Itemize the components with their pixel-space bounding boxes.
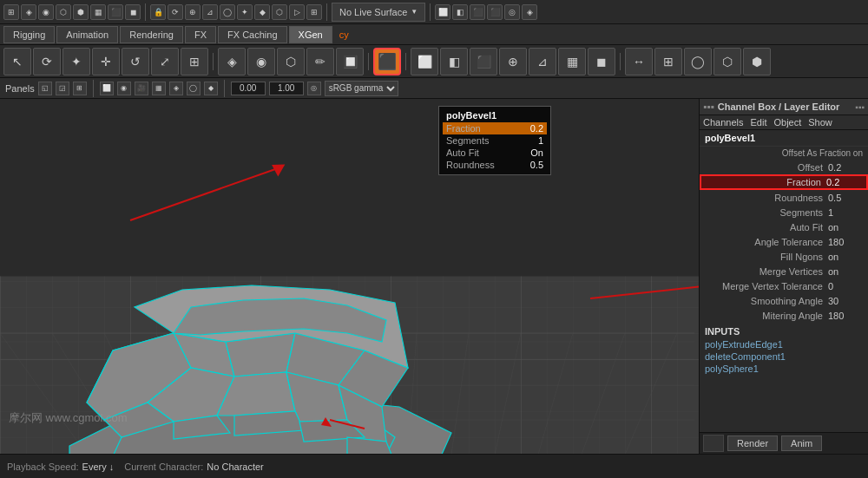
tool-retopo[interactable]: ⬢ xyxy=(743,48,771,75)
tab-fx[interactable]: FX xyxy=(185,26,216,43)
panel-show[interactable]: ◯ xyxy=(187,82,201,95)
tool-scale[interactable]: ⤢ xyxy=(151,48,179,75)
render-icon-4[interactable]: ⬛ xyxy=(487,4,503,20)
tool-smooth[interactable]: ◯ xyxy=(684,48,712,75)
tool-rotate[interactable]: ↺ xyxy=(122,48,149,75)
channel-row-angletol[interactable]: Angle Tolerance 180 xyxy=(700,234,868,249)
attr-offset-label: Offset xyxy=(705,162,828,173)
channel-row-fraction[interactable]: Fraction 0.2 xyxy=(700,174,868,190)
menu-object[interactable]: Object xyxy=(773,117,801,128)
tool-snap[interactable]: ◈ xyxy=(218,48,246,75)
render-icon-1[interactable]: ⬜ xyxy=(435,4,450,20)
menu-icon-2[interactable]: ◈ xyxy=(21,4,36,20)
live-surface-button[interactable]: No Live Surface xyxy=(332,3,425,22)
menu-icon-13[interactable]: ◯ xyxy=(220,4,235,20)
attr-mergeverts-label: Merge Vertices xyxy=(705,266,828,277)
tool-history[interactable]: ⬡ xyxy=(277,48,305,75)
tool-bridge[interactable]: ⬛ xyxy=(470,48,497,75)
tab-animation[interactable]: Animation xyxy=(56,26,118,43)
tool-bevel[interactable]: ◧ xyxy=(440,48,468,75)
menu-icon-5[interactable]: ⬢ xyxy=(73,4,89,20)
tool-split[interactable]: ⊿ xyxy=(529,48,556,75)
attr-mergetol-label: Merge Vertex Tolerance xyxy=(705,281,828,291)
menu-icon-15[interactable]: ◆ xyxy=(254,4,270,20)
input-delete[interactable]: deleteComponent1 xyxy=(705,350,863,363)
menu-icon-10[interactable]: ⟳ xyxy=(168,4,183,20)
panel-cam[interactable]: 🎥 xyxy=(135,82,148,95)
tool-merge[interactable]: ⊕ xyxy=(499,48,527,75)
channel-row-offset[interactable]: Offset 0.2 xyxy=(700,160,868,174)
tool-mirror[interactable]: ↔ xyxy=(625,48,653,75)
menu-show[interactable]: Show xyxy=(808,117,832,128)
menu-edit[interactable]: Edit xyxy=(750,117,766,128)
viewport[interactable]: polyBevel1 Fraction 0.2 Segments 1 Auto … xyxy=(0,99,699,454)
menu-icon-16[interactable]: ⬡ xyxy=(272,4,287,20)
tool-boolean[interactable]: ⊞ xyxy=(654,48,682,75)
menu-icon-6[interactable]: ▦ xyxy=(90,4,106,20)
tab-fxcaching[interactable]: FX Caching xyxy=(218,26,286,43)
channel-row-mergetol[interactable]: Merge Vertex Tolerance 0 xyxy=(700,278,868,293)
menu-icon-14[interactable]: ✦ xyxy=(237,4,253,20)
attr-smoothing-value: 30 xyxy=(828,296,863,306)
coord-y-input[interactable] xyxy=(269,82,304,95)
render-icon-2[interactable]: ◧ xyxy=(452,4,468,20)
tool-paint2[interactable]: ✏ xyxy=(306,48,334,75)
tool-reduce[interactable]: ⬡ xyxy=(713,48,741,75)
hud-row-autofit: Auto Fit On xyxy=(446,147,543,159)
panel-render-mode[interactable]: ◆ xyxy=(204,82,218,95)
attr-angletol-label: Angle Tolerance xyxy=(705,237,828,247)
input-sphere[interactable]: polySphere1 xyxy=(705,363,863,375)
tab-rendering[interactable]: Rendering xyxy=(120,26,183,43)
menu-icon-7[interactable]: ⬛ xyxy=(108,4,123,20)
create-cube-button[interactable]: ⬛ xyxy=(373,48,401,75)
tool-lasso[interactable]: ⟳ xyxy=(33,48,61,75)
tool-select[interactable]: ↖ xyxy=(3,48,31,75)
coord-x-input[interactable] xyxy=(231,82,266,95)
channel-tab-anim[interactable]: Anim xyxy=(781,435,822,451)
color-space-select[interactable]: sRGB gamma xyxy=(325,81,398,96)
current-char-item: Current Character: No Character xyxy=(124,462,264,472)
channel-row-smoothing[interactable]: Smoothing Angle 30 xyxy=(700,293,868,308)
tool-connect[interactable]: ◼ xyxy=(588,48,615,75)
channel-row-segments[interactable]: Segments 1 xyxy=(700,205,868,219)
render-icon-5[interactable]: ◎ xyxy=(504,4,520,20)
render-icon-6[interactable]: ◈ xyxy=(522,4,537,20)
tab-xgen[interactable]: XGen xyxy=(289,26,332,43)
menu-icon-3[interactable]: ◉ xyxy=(38,4,54,20)
menu-icon-4[interactable]: ⬡ xyxy=(56,4,71,20)
panel-btn-1[interactable]: ◱ xyxy=(38,82,52,95)
tool-soft[interactable]: ◉ xyxy=(247,48,275,75)
menu-icon-8[interactable]: ◼ xyxy=(125,4,141,20)
render-icon-3[interactable]: ⬛ xyxy=(470,4,485,20)
channel-row-mitering[interactable]: Mitering Angle 180 xyxy=(700,308,868,323)
tab-rigging[interactable]: Rigging xyxy=(3,26,55,43)
panel-light[interactable]: ◈ xyxy=(169,82,183,95)
menu-icon-9[interactable]: 🔒 xyxy=(150,4,166,20)
menu-icon-17[interactable]: ▷ xyxy=(289,4,305,20)
panel-color-icon[interactable]: ◎ xyxy=(307,82,321,95)
tool-paint[interactable]: ✦ xyxy=(62,48,90,75)
tool-sculpt[interactable]: 🔲 xyxy=(336,48,364,75)
panel-btn-2[interactable]: ◲ xyxy=(56,82,69,95)
right-icons: ⬜ ◧ ⬛ ⬛ ◎ ◈ xyxy=(435,4,537,20)
menu-channels[interactable]: Channels xyxy=(703,117,743,128)
panel-view-1[interactable]: ⬜ xyxy=(100,82,114,95)
panel-grid[interactable]: ▦ xyxy=(152,82,166,95)
channel-row-mergeverts[interactable]: Merge Vertices on xyxy=(700,264,868,278)
menu-icon-12[interactable]: ⊿ xyxy=(202,4,218,20)
tab-cy[interactable]: cy xyxy=(334,28,354,42)
channel-row-fillngons[interactable]: Fill Ngons on xyxy=(700,249,868,264)
menu-icon-1[interactable]: ⊞ xyxy=(3,4,19,20)
channel-tab-render[interactable]: Render xyxy=(727,435,778,451)
channel-row-autofit[interactable]: Auto Fit on xyxy=(700,219,868,234)
tool-fill[interactable]: ▦ xyxy=(558,48,586,75)
panel-view-2[interactable]: ◉ xyxy=(117,82,131,95)
input-extrude[interactable]: polyExtrudeEdge1 xyxy=(705,338,863,350)
menu-icon-11[interactable]: ⊕ xyxy=(185,4,201,20)
channel-row-roundness[interactable]: Roundness 0.5 xyxy=(700,190,868,205)
tool-extrude[interactable]: ⬜ xyxy=(411,48,438,75)
tool-transform[interactable]: ⊞ xyxy=(181,48,208,75)
tool-move[interactable]: ✛ xyxy=(92,48,120,75)
panel-btn-3[interactable]: ⊞ xyxy=(73,82,87,95)
menu-icon-18[interactable]: ⊞ xyxy=(306,4,322,20)
